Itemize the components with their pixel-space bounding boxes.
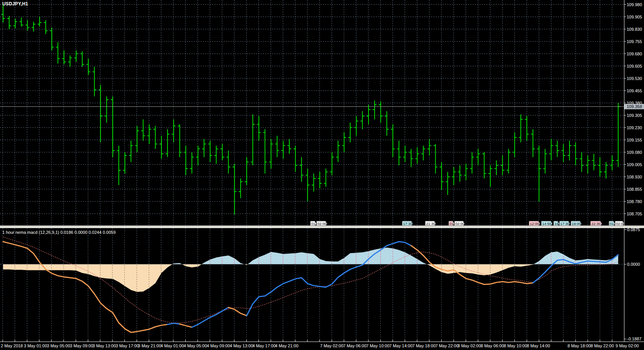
- svg-text:109.755: 109.755: [627, 39, 642, 44]
- svg-text:0.0000: 0.0000: [627, 262, 640, 267]
- svg-text:01:: 01:: [610, 222, 615, 226]
- svg-text:7 May 18:00: 7 May 18:00: [412, 343, 436, 348]
- svg-text:3 May 21:00: 3 May 21:00: [138, 343, 161, 348]
- svg-text:4 May 01:00: 4 May 01:00: [161, 343, 184, 348]
- svg-text:4 May 13:00: 4 May 13:00: [230, 343, 253, 348]
- svg-text:3 May 17:00: 3 May 17:00: [116, 343, 139, 348]
- mt4-chart-window: 01: 02:00 17:30 21:30 01: 02:00 12:00 14…: [0, 0, 644, 350]
- svg-text:109.305: 109.305: [627, 113, 642, 118]
- svg-text:14:55: 14:55: [542, 222, 551, 226]
- chart-canvas[interactable]: 01: 02:00 17:30 21:30 01: 02:00 12:00 14…: [0, 0, 644, 350]
- svg-text:01:: 01:: [450, 222, 455, 226]
- svg-text:4 May 21:00: 4 May 21:00: [275, 343, 299, 348]
- svg-text:109.530: 109.530: [627, 76, 642, 81]
- svg-text:4 May 05:00: 4 May 05:00: [184, 343, 207, 348]
- svg-text:109.155: 109.155: [627, 138, 642, 142]
- svg-text:3 May 09:00: 3 May 09:00: [70, 343, 93, 348]
- svg-text:108.705: 108.705: [627, 212, 642, 216]
- svg-text:109.830: 109.830: [627, 27, 642, 32]
- svg-text:109.358: 109.358: [627, 104, 642, 109]
- svg-text:4 May 09:00: 4 May 09:00: [207, 343, 230, 348]
- svg-text:109.905: 109.905: [627, 15, 642, 19]
- svg-text:02:00: 02:00: [616, 222, 625, 226]
- svg-text:17:30: 17:30: [403, 222, 412, 226]
- svg-text:3 May 01:00: 3 May 01:00: [24, 343, 47, 348]
- svg-text:02:00: 02:00: [317, 222, 327, 226]
- svg-text:108.930: 108.930: [627, 175, 642, 179]
- svg-text:8 May 02:00: 8 May 02:00: [458, 343, 481, 348]
- svg-text:109.605: 109.605: [627, 64, 642, 68]
- svg-text:109.080: 109.080: [627, 150, 642, 155]
- svg-text:8 May 14:00: 8 May 14:00: [527, 343, 550, 348]
- svg-text:0.0875: 0.0875: [627, 227, 640, 232]
- svg-text:12:00: 12:00: [530, 222, 539, 226]
- pane-splitter[interactable]: [0, 225, 644, 228]
- svg-text:3 May 13:00: 3 May 13:00: [93, 343, 116, 348]
- svg-text:109.680: 109.680: [627, 52, 642, 56]
- svg-text:108.855: 108.855: [627, 187, 642, 192]
- svg-text:7 May 06:00: 7 May 06:00: [343, 343, 367, 348]
- svg-text:8 May 10:00: 8 May 10:00: [504, 343, 527, 348]
- svg-text:8 May 18:00: 8 May 18:00: [568, 343, 591, 348]
- svg-text:3 May 05:00: 3 May 05:00: [47, 343, 70, 348]
- svg-text:7 May 02:00: 7 May 02:00: [320, 343, 344, 348]
- svg-text:109.005: 109.005: [627, 162, 642, 167]
- svg-text:02:00: 02:00: [455, 222, 465, 226]
- svg-text:8 May 06:00: 8 May 06:00: [481, 343, 504, 348]
- svg-text:7 May 10:00: 7 May 10:00: [366, 343, 390, 348]
- svg-text:4 May 17:00: 4 May 17:00: [252, 343, 276, 348]
- svg-text:109.230: 109.230: [627, 125, 642, 130]
- svg-text:2 May 2018: 2 May 2018: [1, 343, 23, 348]
- svg-text:9 May 02:00: 9 May 02:00: [616, 343, 639, 348]
- svg-text:-0.1887: -0.1887: [627, 337, 641, 341]
- svg-text:109.455: 109.455: [627, 88, 642, 93]
- svg-text:19:00: 19:00: [572, 222, 581, 226]
- svg-text:16:: 16:: [554, 222, 559, 226]
- svg-text:7 May 14:00: 7 May 14:00: [389, 343, 413, 348]
- svg-text:01:: 01:: [311, 222, 316, 226]
- svg-text:17:30: 17:30: [560, 222, 569, 226]
- svg-text:22:30: 22:30: [591, 222, 601, 226]
- bid-price-tag: 109.358: [624, 104, 644, 109]
- svg-text:7 May 22:00: 7 May 22:00: [435, 343, 459, 348]
- chart-svg: 01: 02:00 17:30 21:30 01: 02:00 12:00 14…: [0, 0, 644, 350]
- svg-text:108.780: 108.780: [627, 199, 642, 204]
- svg-text:109.980: 109.980: [627, 2, 642, 7]
- svg-text:8 May 22:00: 8 May 22:00: [591, 343, 614, 348]
- svg-text:21:30: 21:30: [426, 222, 435, 226]
